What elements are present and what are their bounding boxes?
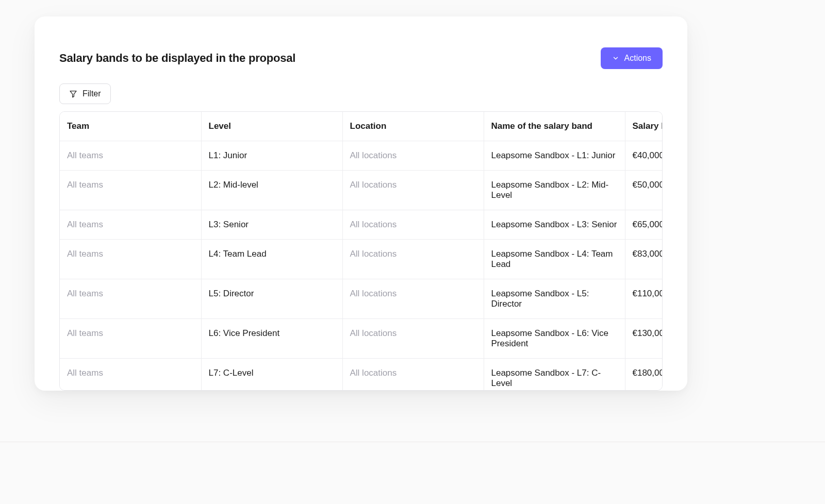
table-row[interactable]: All teams L4: Team Lead All locations Le… bbox=[60, 240, 662, 279]
actions-button[interactable]: Actions bbox=[601, 47, 663, 69]
filter-button-label: Filter bbox=[82, 89, 101, 98]
cell-salary: €110,000 bbox=[625, 279, 662, 319]
table-row[interactable]: All teams L6: Vice President All locatio… bbox=[60, 319, 662, 359]
col-header-level[interactable]: Level bbox=[201, 112, 342, 141]
cell-level: L1: Junior bbox=[201, 141, 342, 171]
cell-location: All locations bbox=[342, 359, 484, 391]
cell-level: L4: Team Lead bbox=[201, 240, 342, 279]
cell-salary: €180,000 bbox=[625, 359, 662, 391]
filter-button[interactable]: Filter bbox=[59, 83, 111, 104]
cell-salary: €65,000 bbox=[625, 210, 662, 240]
table-row[interactable]: All teams L3: Senior All locations Leaps… bbox=[60, 210, 662, 240]
cell-salary: €83,000 bbox=[625, 240, 662, 279]
cell-location: All locations bbox=[342, 319, 484, 359]
filter-row: Filter bbox=[59, 83, 663, 104]
cell-team: All teams bbox=[60, 240, 201, 279]
cell-team: All teams bbox=[60, 141, 201, 171]
cell-level: L5: Director bbox=[201, 279, 342, 319]
cell-name: Leapsome Sandbox - L1: Junior bbox=[484, 141, 625, 171]
table-row[interactable]: All teams L2: Mid-level All locations Le… bbox=[60, 171, 662, 210]
cell-name: Leapsome Sandbox - L7: C-Level bbox=[484, 359, 625, 391]
cell-name: Leapsome Sandbox - L2: Mid-Level bbox=[484, 171, 625, 210]
cell-location: All locations bbox=[342, 240, 484, 279]
cell-level: L7: C-Level bbox=[201, 359, 342, 391]
cell-salary: €130,000 bbox=[625, 319, 662, 359]
actions-button-label: Actions bbox=[624, 54, 651, 63]
filter-icon bbox=[69, 90, 77, 98]
cell-level: L3: Senior bbox=[201, 210, 342, 240]
table-scroll[interactable]: Team Level Location Name of the salary b… bbox=[60, 112, 662, 390]
cell-level: L2: Mid-level bbox=[201, 171, 342, 210]
cell-location: All locations bbox=[342, 279, 484, 319]
table-row[interactable]: All teams L1: Junior All locations Leaps… bbox=[60, 141, 662, 171]
cell-team: All teams bbox=[60, 210, 201, 240]
page-divider bbox=[0, 442, 825, 442]
header-row: Salary bands to be displayed in the prop… bbox=[59, 47, 663, 69]
card-inner: Salary bands to be displayed in the prop… bbox=[35, 16, 687, 391]
cell-name: Leapsome Sandbox - L3: Senior bbox=[484, 210, 625, 240]
chevron-down-icon bbox=[612, 55, 619, 62]
cell-team: All teams bbox=[60, 279, 201, 319]
svg-marker-0 bbox=[70, 91, 76, 97]
cell-location: All locations bbox=[342, 171, 484, 210]
cell-team: All teams bbox=[60, 319, 201, 359]
cell-level: L6: Vice President bbox=[201, 319, 342, 359]
cell-salary: €40,000 bbox=[625, 141, 662, 171]
cell-team: All teams bbox=[60, 359, 201, 391]
cell-location: All locations bbox=[342, 141, 484, 171]
table-body: All teams L1: Junior All locations Leaps… bbox=[60, 141, 662, 391]
table-row[interactable]: All teams L5: Director All locations Lea… bbox=[60, 279, 662, 319]
page-title: Salary bands to be displayed in the prop… bbox=[59, 52, 295, 65]
cell-name: Leapsome Sandbox - L6: Vice President bbox=[484, 319, 625, 359]
cell-location: All locations bbox=[342, 210, 484, 240]
cell-name: Leapsome Sandbox - L4: Team Lead bbox=[484, 240, 625, 279]
table-container: Team Level Location Name of the salary b… bbox=[59, 111, 663, 391]
table-header-row: Team Level Location Name of the salary b… bbox=[60, 112, 662, 141]
salary-bands-table: Team Level Location Name of the salary b… bbox=[60, 112, 662, 390]
col-header-name[interactable]: Name of the salary band bbox=[484, 112, 625, 141]
main-card: Salary bands to be displayed in the prop… bbox=[35, 16, 687, 391]
cell-salary: €50,000 bbox=[625, 171, 662, 210]
cell-team: All teams bbox=[60, 171, 201, 210]
cell-name: Leapsome Sandbox - L5: Director bbox=[484, 279, 625, 319]
table-row[interactable]: All teams L7: C-Level All locations Leap… bbox=[60, 359, 662, 391]
col-header-location[interactable]: Location bbox=[342, 112, 484, 141]
col-header-team[interactable]: Team bbox=[60, 112, 201, 141]
col-header-salary[interactable]: Salary band bbox=[625, 112, 662, 141]
